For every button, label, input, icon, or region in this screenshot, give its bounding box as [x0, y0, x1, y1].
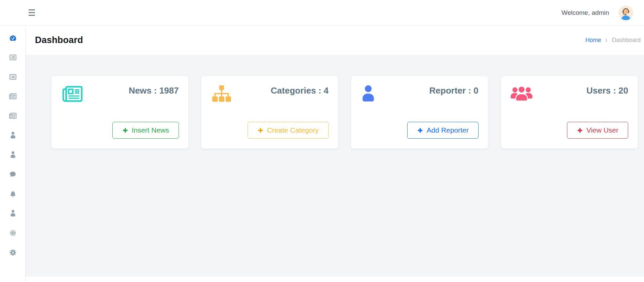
- categories-card: Categories : 4 Create Category: [201, 76, 339, 149]
- create-category-button[interactable]: Create Category: [248, 122, 329, 139]
- add-reporter-button-label: Add Reporter: [427, 126, 469, 134]
- user-icon: [361, 85, 376, 104]
- dashboard-icon: [9, 34, 17, 41]
- users-count: Users : 20: [586, 85, 628, 96]
- page-title: Dashboard: [35, 35, 83, 45]
- topbar-right: Welcome, admin: [562, 0, 633, 26]
- bell-icon: [9, 190, 16, 198]
- users-card: Users : 20 View User: [501, 76, 638, 149]
- gear-icon: [9, 249, 16, 256]
- insert-news-button-label: Insert News: [132, 126, 169, 134]
- sidebar-item-dashboard[interactable]: [0, 28, 26, 47]
- globe-icon: [9, 230, 16, 237]
- breadcrumb-home-link[interactable]: Home: [585, 37, 601, 44]
- content-area: News : 1987 Insert News: [26, 55, 644, 277]
- breadcrumb: Home Dashboard: [585, 37, 641, 44]
- sidebar: [0, 26, 26, 282]
- user-icon: [10, 132, 16, 139]
- sidebar-item-user-2[interactable]: [0, 145, 26, 165]
- chevron-right-icon: [605, 38, 608, 42]
- news-card: News : 1987 Insert News: [51, 76, 189, 149]
- create-category-button-label: Create Category: [267, 126, 319, 134]
- view-user-button-label: View User: [586, 126, 618, 134]
- view-user-button[interactable]: View User: [567, 122, 628, 139]
- stat-cards-row: News : 1987 Insert News: [26, 55, 644, 149]
- avatar-image: [618, 5, 633, 20]
- user-icon: [10, 210, 16, 217]
- sidebar-item-profile[interactable]: [0, 204, 26, 223]
- plus-icon: [417, 127, 423, 134]
- list-icon: [9, 73, 16, 80]
- plus-icon: [257, 127, 264, 134]
- sidebar-item-website[interactable]: [0, 223, 26, 243]
- insert-news-button[interactable]: Insert News: [112, 122, 179, 139]
- sidebar-item-newspaper[interactable]: [0, 86, 26, 106]
- newspaper-icon: [9, 112, 17, 119]
- reporter-count: Reporter : 0: [429, 85, 479, 96]
- sidebar-item-news-list-2[interactable]: [0, 67, 26, 86]
- plus-icon: [577, 127, 583, 134]
- sidebar-item-comments[interactable]: [0, 165, 26, 184]
- comments-icon: [9, 171, 16, 178]
- breadcrumb-current: Dashboard: [612, 37, 641, 44]
- hamburger-menu-icon[interactable]: [29, 9, 35, 16]
- newspaper-icon: [9, 93, 17, 100]
- categories-count: Categories : 4: [271, 85, 329, 96]
- sidebar-item-user[interactable]: [0, 126, 26, 145]
- newspaper-icon: [61, 85, 84, 104]
- page-header: Dashboard Home Dashboard: [26, 26, 644, 55]
- sitemap-icon: [211, 85, 232, 105]
- plus-icon: [122, 127, 128, 134]
- sidebar-item-news-list[interactable]: [0, 47, 26, 67]
- sidebar-item-notifications[interactable]: [0, 184, 26, 204]
- list-icon: [9, 54, 16, 61]
- add-reporter-button[interactable]: Add Reporter: [407, 122, 479, 139]
- sidebar-item-newspaper-2[interactable]: [0, 106, 26, 126]
- avatar[interactable]: [618, 5, 633, 20]
- reporter-card: Reporter : 0 Add Reporter: [351, 76, 488, 149]
- news-count: News : 1987: [129, 85, 179, 96]
- sidebar-item-settings[interactable]: [0, 243, 26, 262]
- user-icon: [10, 151, 16, 158]
- topbar: Welcome, admin: [0, 0, 644, 26]
- welcome-text: Welcome, admin: [562, 9, 609, 16]
- users-icon: [510, 85, 533, 104]
